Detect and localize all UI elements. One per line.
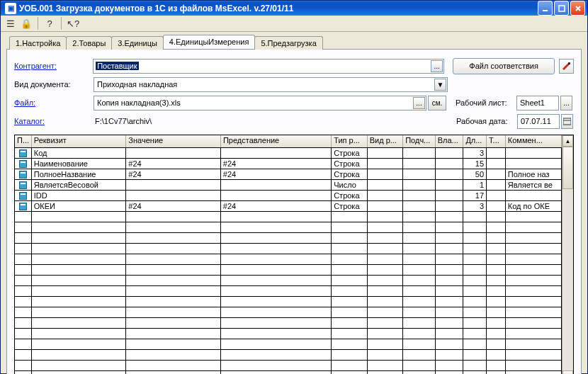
table-cell — [403, 148, 436, 158]
table-cell — [221, 286, 332, 296]
table-cell — [221, 222, 332, 232]
table-cell — [32, 233, 127, 243]
table-row[interactable] — [15, 244, 562, 254]
toolbar-icon-1[interactable]: ☰ — [5, 18, 16, 29]
column-header[interactable]: Подч... — [403, 135, 436, 147]
table-row[interactable]: ОКЕИ#24#24Строка3Код по ОКЕ — [15, 201, 562, 212]
tab-4[interactable]: 5.Предзагрузка — [254, 36, 322, 50]
table-row[interactable] — [15, 254, 562, 265]
table-row[interactable]: Наименование#24#24Строка15 — [15, 159, 562, 169]
column-header[interactable]: Коммен... — [506, 135, 562, 147]
file-field[interactable]: ... — [94, 96, 426, 110]
table-cell: 1 — [463, 180, 487, 190]
table-row[interactable] — [15, 339, 562, 350]
table-cell — [368, 276, 404, 285]
file-lookup-button[interactable]: ... — [413, 97, 425, 109]
table-cell — [221, 148, 332, 158]
table-row[interactable] — [15, 329, 562, 339]
table-cell — [32, 339, 127, 349]
column-header[interactable]: Т... — [487, 135, 506, 147]
scroll-track[interactable] — [562, 189, 573, 370]
scroll-up-button[interactable]: ▲ — [562, 135, 573, 147]
table-cell: 15 — [463, 159, 487, 169]
table-row[interactable] — [15, 233, 562, 244]
match-file-button[interactable]: Файл соответствия — [453, 58, 555, 74]
viddoc-dropdown-button[interactable]: ▼ — [434, 79, 446, 91]
table-cell — [221, 361, 332, 370]
table-cell — [126, 148, 221, 158]
table-cell — [32, 371, 127, 374]
file-label[interactable]: Файл: — [14, 98, 94, 107]
kontragent-lookup-button[interactable]: ... — [431, 60, 443, 72]
column-header[interactable]: Вид р... — [368, 135, 404, 147]
kontragent-label[interactable]: Контрагент: — [14, 62, 93, 70]
table-row[interactable] — [15, 297, 562, 307]
table-row[interactable] — [15, 265, 562, 276]
date-input[interactable] — [518, 115, 588, 128]
table-row[interactable] — [15, 222, 562, 233]
help-icon[interactable]: ? — [44, 18, 55, 29]
toolbar-icon-2[interactable]: 🔒 — [21, 18, 32, 29]
tab-0[interactable]: 1.Настройка — [9, 36, 67, 50]
viddoc-label: Вид документа: — [14, 80, 94, 89]
table-row[interactable] — [15, 212, 562, 222]
date-field[interactable] — [517, 114, 560, 129]
sheet-field[interactable] — [516, 96, 559, 110]
table-cell — [221, 265, 332, 275]
table-row[interactable]: IDDСтрока17 — [15, 191, 562, 201]
table-row[interactable] — [15, 276, 562, 286]
tab-3[interactable]: 4.ЕдиницыИзмерения — [163, 35, 256, 49]
sheet-input[interactable] — [517, 96, 588, 110]
table-row[interactable] — [15, 371, 562, 374]
column-header[interactable]: Тип р... — [332, 135, 368, 147]
table-cell — [436, 180, 464, 190]
table-cell — [506, 371, 562, 374]
column-header[interactable]: Вла... — [436, 135, 464, 147]
table-cell — [506, 212, 562, 222]
minimize-button[interactable] — [538, 1, 553, 16]
toolbar-separator — [61, 17, 62, 30]
column-header[interactable]: Значение — [126, 135, 221, 147]
scroll-thumb[interactable] — [562, 147, 573, 189]
tab-1[interactable]: 2.Товары — [66, 36, 112, 50]
edit-icon[interactable] — [559, 59, 574, 74]
table-row[interactable] — [15, 307, 562, 318]
table-cell — [487, 222, 506, 232]
column-header[interactable]: Дл... — [463, 135, 487, 147]
column-header[interactable]: П... — [15, 135, 32, 147]
kontragent-field[interactable]: Поставщик ... — [93, 59, 444, 74]
file-input[interactable] — [94, 96, 412, 110]
vertical-scrollbar[interactable]: ▲ ▼ — [562, 135, 573, 374]
table-cell — [15, 265, 32, 275]
scroll-down-button[interactable]: ▼ — [562, 370, 573, 374]
maximize-button[interactable] — [554, 1, 569, 16]
viddoc-field[interactable]: ▼ — [94, 77, 448, 92]
cursor-help-icon[interactable]: ↖? — [67, 18, 79, 29]
table-cell — [32, 276, 127, 285]
table-cell — [221, 307, 332, 317]
katalog-label[interactable]: Каталог: — [14, 117, 94, 125]
column-header[interactable]: Представление — [221, 135, 332, 147]
table-row[interactable] — [15, 350, 562, 361]
table-cell — [403, 350, 436, 360]
file-view-button[interactable]: см. — [428, 96, 446, 110]
data-grid[interactable]: П...РеквизитЗначениеПредставлениеТип р..… — [14, 135, 574, 374]
table-row[interactable] — [15, 318, 562, 329]
table-cell — [126, 318, 221, 328]
table-row[interactable]: КодСтрока3 — [15, 148, 562, 159]
row-icon-cell — [15, 159, 32, 169]
table-cell — [487, 191, 506, 200]
close-button[interactable] — [570, 1, 585, 16]
column-header[interactable]: Реквизит — [32, 135, 127, 147]
table-row[interactable]: ПолноеНазвание#24#24Строка50Полное наз — [15, 169, 562, 180]
viddoc-input[interactable] — [94, 78, 434, 91]
table-cell — [368, 371, 404, 374]
table-cell — [32, 361, 127, 370]
tab-2[interactable]: 3.Единицы — [111, 36, 164, 50]
table-row[interactable] — [15, 361, 562, 371]
table-cell — [436, 159, 464, 169]
table-row[interactable] — [15, 286, 562, 297]
table-row[interactable]: ЯвляетсяВесовойЧисло1Является ве — [15, 180, 562, 191]
sheet-label: Рабочий лист: — [456, 98, 516, 107]
table-cell — [487, 233, 506, 243]
